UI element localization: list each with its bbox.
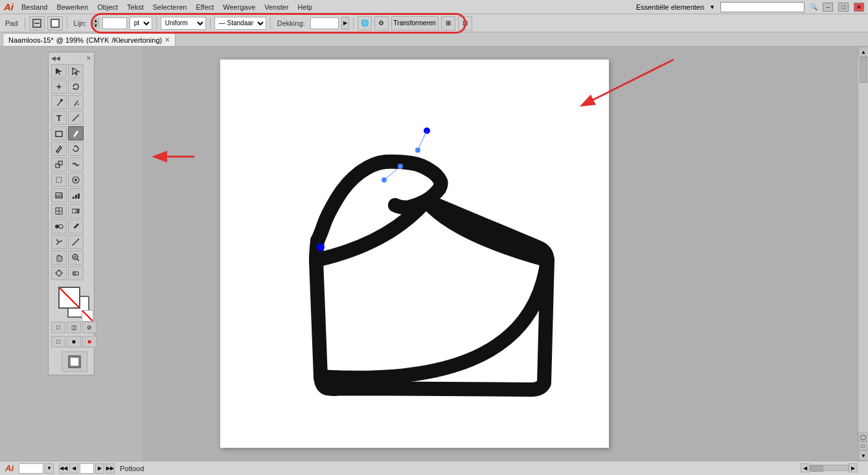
dekking-input[interactable]: 100% [310,17,339,29]
fill-color-button[interactable] [47,16,63,30]
menu-weergave[interactable]: Weergave [219,3,259,12]
settings-button[interactable]: ⚙ [374,16,389,30]
column-chart-tool[interactable] [68,188,84,203]
select-tool[interactable] [51,64,67,78]
lijn-value-input[interactable]: 10 pt [102,17,127,29]
right-panel-rect[interactable]: □ [858,441,867,450]
measure-tool[interactable] [68,235,84,249]
hscroll-thumb[interactable] [810,465,823,472]
screen-mode-btn[interactable] [62,351,87,372]
mesh-tool[interactable] [51,204,67,218]
workspace-dropdown-icon[interactable]: ▼ [709,4,715,10]
right-panel-circle[interactable]: ◯ [858,432,867,441]
stroke-style-select[interactable]: Uniform [161,17,206,30]
toolbox-collapse-icon[interactable]: ◀◀ [51,55,60,61]
svg-rect-46 [70,357,79,366]
menu-help[interactable]: Help [294,3,317,12]
align-button[interactable]: ⊞ [441,16,455,30]
type-tool[interactable]: T [51,111,67,125]
stroke-fill-indicator[interactable] [58,287,91,319]
lijn-up-button[interactable]: ▲ ▼ [93,18,99,28]
menu-effect[interactable]: Effect [192,3,218,12]
document-tab[interactable]: Naamloos-15* @ 199% (CMYK /Kleurvertonin… [3,33,176,46]
symbol-tool[interactable] [68,173,84,187]
magic-wand-tool[interactable] [51,80,67,94]
hscroll-right-button[interactable]: ▶ [849,463,858,472]
toolbox-header: ◀◀ ✕ [51,55,91,61]
scissors-tool[interactable] [51,235,67,249]
close-button[interactable]: ✕ [854,3,864,12]
image-tool[interactable] [51,188,67,203]
eyedropper-tool[interactable] [68,219,84,234]
zoom-control: 199% ▼ [19,463,54,474]
search-input[interactable] [720,2,805,12]
svg-rect-15 [58,161,62,165]
svg-rect-2 [51,19,59,27]
first-page-button[interactable]: ◀◀ [59,463,68,474]
scroll-down-button[interactable]: ▼ [858,450,868,461]
tab-close-button[interactable]: ✕ [165,36,170,43]
blend-tool[interactable] [51,219,67,234]
transform-button[interactable]: Transformeren [391,16,439,30]
line-tool[interactable] [68,111,84,125]
smooth-tool[interactable] [51,142,67,156]
fullscreen-preview-btn[interactable]: ■ [67,336,81,348]
last-page-button[interactable]: ▶▶ [106,463,115,474]
rotate-tool[interactable] [68,142,84,156]
artboard-navigate-tool[interactable] [51,266,67,280]
toolbox-close-icon[interactable]: ✕ [86,55,91,61]
svg-rect-24 [78,193,80,199]
gradient-mode-btn[interactable]: ◫ [67,322,81,333]
dekking-arrow-button[interactable]: ▶ [341,17,349,30]
gradient-tool[interactable] [68,204,84,218]
eraser-tool[interactable] [68,266,84,280]
menu-bewerken[interactable]: Bewerken [52,3,92,12]
none-indicator[interactable] [82,310,93,322]
svg-rect-23 [75,195,77,199]
brush-color-icon [32,18,42,28]
rect-tool[interactable] [51,126,67,140]
page-input[interactable]: 1 [80,463,94,474]
menu-tekst[interactable]: Tekst [123,3,148,12]
stroke-type-select[interactable]: — Standaard [214,17,266,30]
pencil-tool[interactable] [68,126,84,140]
maximize-button[interactable]: □ [838,3,849,12]
free-transform-tool[interactable] [51,173,67,187]
lasso-tool[interactable] [68,80,84,94]
menu-object[interactable]: Object [93,3,122,12]
color-mode-btn[interactable]: □ [51,322,65,333]
artboard [220,60,609,448]
scale-tool[interactable] [51,157,67,171]
normal-view-btn[interactable]: □ [51,336,65,348]
zoom-tool[interactable] [68,250,84,265]
warp-tool[interactable] [68,157,84,171]
app-logo: Ai [4,1,14,12]
next-page-button[interactable]: ▶ [95,463,104,474]
zoom-input[interactable]: 199% [19,463,43,474]
scroll-up-button[interactable]: ▲ [858,47,868,57]
fullscreen-btn[interactable]: ■ [82,336,97,348]
menu-bestand[interactable]: Bestand [17,3,51,12]
stroke-swatch[interactable] [58,287,80,309]
screen-mode-section [51,351,98,372]
hscroll-left-button[interactable]: ◀ [801,463,810,472]
prev-page-button[interactable]: ◀ [69,463,78,474]
add-anchor-tool[interactable]: + [68,95,84,109]
pathfinder-button[interactable]: ⊡ [458,16,472,30]
anchor-point-2 [317,243,325,251]
scroll-thumb[interactable] [860,57,867,83]
brush-color-button[interactable] [29,16,45,30]
menu-venster[interactable]: Venster [260,3,292,12]
hand-tool[interactable] [51,250,67,265]
zoom-down-button[interactable]: ▼ [45,463,54,474]
menu-selecteren[interactable]: Selecteren [149,3,191,12]
color-mode-buttons: □ ◫ ⊘ [51,322,98,333]
direct-select-tool[interactable] [68,64,84,78]
none-mode-btn[interactable]: ⊘ [82,322,97,333]
globe-button[interactable]: 🌐 [358,16,372,30]
lijn-unit-select[interactable]: pt [130,17,152,30]
svg-point-30 [59,225,63,228]
minimize-button[interactable]: – [823,3,833,12]
statusbar-logo: Ai [5,463,14,473]
pen-tool[interactable] [51,95,67,109]
